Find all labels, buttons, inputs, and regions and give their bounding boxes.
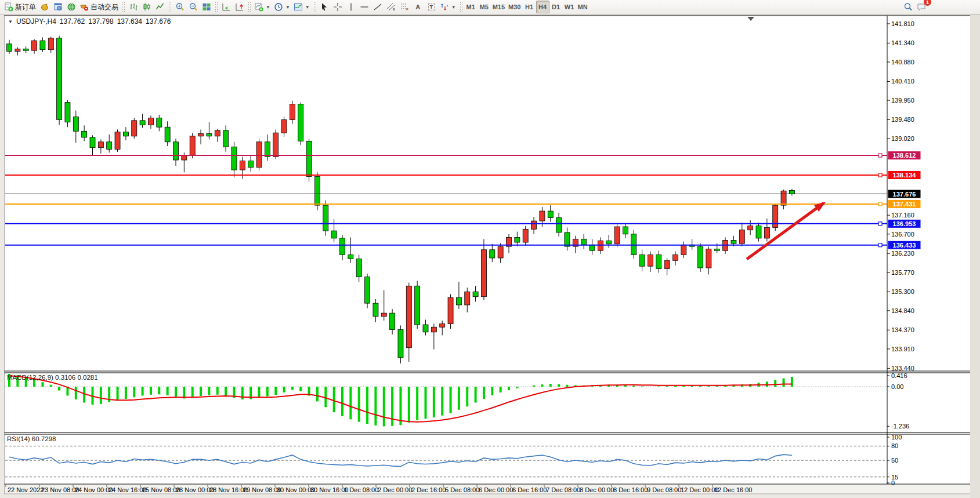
time-tick-label[interactable]: 9 Dec 08:00 bbox=[647, 486, 681, 493]
timeframe-m15-button[interactable]: M15 bbox=[491, 1, 507, 13]
vertical-line-button[interactable] bbox=[345, 1, 358, 13]
crosshair-button[interactable] bbox=[331, 1, 345, 13]
candlestick-button[interactable] bbox=[140, 1, 153, 13]
timeframe-mn-button[interactable]: MN bbox=[576, 1, 590, 13]
time-tick-label[interactable]: 2 Dec 00:00 bbox=[378, 486, 412, 493]
ohlc-low: 137.634 bbox=[117, 17, 142, 26]
timeframe-m30-button[interactable]: M30 bbox=[507, 1, 522, 13]
timeframe-d1-button[interactable]: D1 bbox=[549, 1, 563, 13]
new-chart-button[interactable]: ▼ bbox=[252, 1, 272, 13]
rsi-tick-label: 80 bbox=[891, 442, 898, 449]
candle-body bbox=[515, 237, 520, 242]
toolbar-drag-handle[interactable] bbox=[215, 2, 218, 12]
macd-values: 0.3106 0.0281 bbox=[55, 374, 98, 381]
candle-body bbox=[115, 132, 120, 150]
time-tick-label[interactable]: 30 Nov 00:00 bbox=[277, 486, 314, 493]
line-handle[interactable] bbox=[878, 222, 882, 226]
text-button[interactable]: A bbox=[411, 1, 425, 13]
time-tick-label[interactable]: 22 Nov 2022 bbox=[8, 486, 44, 493]
candle-body bbox=[415, 286, 420, 325]
time-tick-label[interactable]: 1 Dec 08:00 bbox=[344, 486, 378, 493]
time-tick-label[interactable]: 28 Nov 00:00 bbox=[176, 486, 214, 493]
time-tick-label[interactable]: 28 Nov 16:00 bbox=[209, 486, 247, 493]
toolbar-drag-handle[interactable] bbox=[460, 2, 462, 12]
time-tick-label[interactable]: 2 Dec 16:00 bbox=[411, 486, 446, 493]
toolbar-drag-handle[interactable] bbox=[313, 2, 316, 12]
time-tick-label[interactable]: 7 Dec 08:00 bbox=[546, 486, 580, 493]
tile-windows-button[interactable] bbox=[200, 1, 213, 13]
periods-button[interactable]: ▼ bbox=[272, 1, 292, 13]
toolbar-drag-handle[interactable] bbox=[122, 2, 125, 12]
candle-body bbox=[406, 286, 411, 348]
line-handle[interactable] bbox=[878, 202, 882, 206]
auto-scroll-button[interactable] bbox=[219, 1, 233, 13]
indicators-button[interactable]: ▼ bbox=[292, 1, 312, 13]
candle-body bbox=[157, 118, 162, 128]
fibonacci-button[interactable]: F bbox=[398, 1, 411, 13]
time-tick-label[interactable]: 6 Dec 00:00 bbox=[479, 486, 513, 493]
zoom-out-button[interactable] bbox=[186, 1, 200, 13]
zoom-in-button[interactable] bbox=[173, 1, 186, 13]
cursor-icon bbox=[320, 2, 329, 12]
candle-body bbox=[323, 205, 328, 231]
notification-badge[interactable]: 1 bbox=[924, 0, 931, 6]
price-tag-label: 138.134 bbox=[893, 172, 917, 179]
data-window-button[interactable] bbox=[51, 1, 64, 13]
toolbar-drag-handle[interactable] bbox=[248, 2, 251, 12]
line-handle[interactable] bbox=[878, 154, 882, 157]
navigator-button[interactable] bbox=[64, 1, 78, 13]
collapse-triangle-icon[interactable]: ▼ bbox=[8, 19, 13, 24]
search-button[interactable] bbox=[901, 1, 914, 13]
time-tick-label[interactable]: 8 Dec 00:00 bbox=[580, 486, 614, 493]
time-tick-label[interactable]: 30 Nov 16:00 bbox=[310, 486, 348, 493]
timeframe-h4-button[interactable]: H4 bbox=[536, 1, 549, 13]
time-tick-label[interactable]: 24 Nov 00:00 bbox=[75, 486, 113, 493]
price-tick-label: 140.410 bbox=[891, 78, 914, 85]
time-tick-label[interactable]: 12 Dec 16:00 bbox=[714, 486, 752, 493]
timeframe-m5-button[interactable]: M5 bbox=[478, 1, 491, 13]
chart-canvas[interactable]: 141.810141.340140.880140.410139.950139.4… bbox=[0, 14, 980, 498]
dropdown-caret-icon: ▼ bbox=[305, 5, 310, 10]
candle-body bbox=[215, 130, 220, 136]
chart-title[interactable]: ▼ USDJPY-,H4 137.762 137.798 137.634 137… bbox=[8, 17, 171, 26]
timeframe-m1-button[interactable]: M1 bbox=[464, 1, 478, 13]
new-order-button[interactable]: 新订单 bbox=[2, 1, 38, 13]
chart-background bbox=[4, 16, 970, 495]
new-order-label: 新订单 bbox=[15, 2, 36, 12]
time-tick-label[interactable]: 12 Dec 00:00 bbox=[681, 486, 718, 493]
candle-body bbox=[440, 324, 445, 328]
arrows-button[interactable]: ▼ bbox=[438, 1, 458, 13]
trendline-button[interactable] bbox=[371, 1, 385, 13]
candle-body bbox=[748, 226, 753, 230]
time-tick-label[interactable]: 6 Dec 16:00 bbox=[512, 486, 547, 493]
text-label-button[interactable]: T bbox=[425, 1, 438, 13]
time-tick-label[interactable]: 25 Nov 08:00 bbox=[142, 486, 180, 493]
candle-body bbox=[431, 327, 436, 332]
fibonacci-icon: F bbox=[400, 2, 409, 12]
toolbar-drag-handle[interactable] bbox=[168, 2, 171, 12]
time-tick-label[interactable]: 5 Dec 08:00 bbox=[445, 486, 479, 493]
autotrading-button[interactable]: 自动交易 bbox=[78, 1, 120, 13]
time-tick-label[interactable]: 23 Nov 08:00 bbox=[41, 486, 79, 493]
chart-shift-button[interactable] bbox=[233, 1, 246, 13]
candle-body bbox=[90, 137, 95, 148]
market-watch-button[interactable] bbox=[38, 1, 51, 13]
timeframe-h1-button[interactable]: H1 bbox=[523, 1, 536, 13]
candle-body bbox=[73, 117, 78, 131]
time-tick-label[interactable]: 8 Dec 16:00 bbox=[613, 486, 648, 493]
line-handle[interactable] bbox=[878, 173, 882, 177]
price-tick-label: 134.840 bbox=[891, 307, 914, 314]
time-tick-label[interactable]: 24 Nov 16:00 bbox=[109, 486, 146, 493]
cursor-button[interactable] bbox=[318, 1, 331, 13]
horizontal-line-button[interactable] bbox=[358, 1, 371, 13]
line-chart-button[interactable] bbox=[153, 1, 167, 13]
new-order-icon bbox=[4, 2, 13, 12]
time-tick-label[interactable]: 29 Nov 08:00 bbox=[243, 486, 281, 493]
new-chart-icon bbox=[254, 2, 263, 12]
ohlc-high: 137.798 bbox=[88, 17, 113, 26]
candle-body bbox=[48, 38, 53, 50]
channel-button[interactable]: E bbox=[385, 1, 398, 13]
line-handle[interactable] bbox=[878, 243, 882, 247]
timeframe-w1-button[interactable]: W1 bbox=[563, 1, 576, 13]
bar-chart-button[interactable] bbox=[126, 1, 140, 13]
